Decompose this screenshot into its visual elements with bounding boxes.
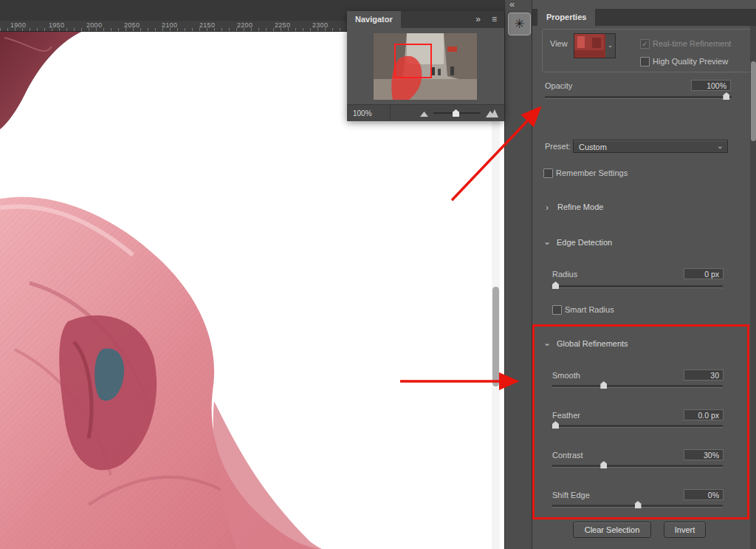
divider	[390, 105, 391, 121]
ruler-tick-label: 2300	[312, 21, 328, 29]
contrast-slider[interactable]	[552, 465, 723, 468]
smooth-slider-thumb[interactable]	[600, 381, 607, 389]
opacity-slider-thumb[interactable]	[723, 92, 729, 100]
invert-button[interactable]: Invert	[664, 522, 706, 538]
contrast-slider-thumb[interactable]	[600, 461, 607, 468]
radius-slider[interactable]	[552, 285, 723, 288]
clear-selection-button[interactable]: Clear Selection	[573, 522, 651, 538]
tab-navigator[interactable]: Navigator	[347, 11, 401, 28]
ruler-tick-label: 1950	[49, 21, 64, 29]
radius-slider-thumb[interactable]	[552, 282, 559, 289]
ruler-tick-label: 2250	[275, 21, 290, 29]
realtime-refinement-checkbox[interactable]: ✓	[640, 39, 650, 49]
refine-tool-icon: ✳	[514, 17, 524, 31]
zoom-out-icon[interactable]	[420, 110, 428, 117]
edge-detection-section-header[interactable]: Edge Detection	[557, 238, 612, 247]
ruler-tick-label: 1900	[10, 21, 26, 29]
shift-edge-value-field[interactable]: 0%	[684, 489, 724, 500]
ruler-tick-label: 2150	[199, 21, 215, 29]
zoom-in-icon[interactable]	[486, 109, 498, 117]
view-settings-group: View ⌄ ✓ Real-time Refinement High Quali…	[542, 29, 752, 72]
high-quality-preview-checkbox[interactable]	[640, 57, 650, 67]
dropdown-arrow-icon: ⌄	[605, 34, 615, 58]
ruler-tick-label: 2050	[124, 21, 140, 29]
zoom-slider-thumb[interactable]	[453, 109, 459, 117]
view-label: View	[550, 39, 568, 48]
properties-scrollbar[interactable]	[750, 26, 756, 549]
refine-mode-section-header[interactable]: Refine Mode	[557, 202, 603, 211]
contrast-value-field[interactable]: 30%	[684, 449, 724, 460]
canvas-scrollbar-thumb[interactable]	[492, 287, 499, 386]
opacity-label: Opacity	[545, 81, 572, 90]
tab-properties[interactable]: Properties	[537, 9, 595, 26]
feather-slider-thumb[interactable]	[552, 421, 559, 429]
ruler-tick-label: 2100	[162, 21, 177, 29]
smooth-value-field[interactable]: 30	[684, 369, 724, 381]
shift-edge-slider-thumb[interactable]	[635, 501, 642, 508]
view-mode-thumbnail	[574, 34, 604, 56]
feather-label: Feather	[552, 411, 580, 420]
zoom-slider[interactable]	[433, 112, 481, 114]
chevron-collapsed-icon[interactable]: ›	[546, 204, 549, 211]
ruler-tick-label: 2200	[237, 21, 252, 29]
preset-value: Custom	[579, 143, 607, 151]
smooth-slider[interactable]	[552, 385, 723, 388]
chevron-expanded-icon[interactable]: ⌄	[543, 339, 551, 347]
properties-scrollbar-thumb[interactable]	[751, 61, 756, 141]
navigator-body	[347, 28, 504, 104]
smart-radius-label: Smart Radius	[565, 305, 614, 314]
properties-panel: Properties View ⌄ ✓ Real-time Refinement…	[532, 0, 756, 549]
preset-label: Preset:	[545, 142, 571, 151]
refine-edge-brush-tool-button[interactable]: ✳	[508, 13, 531, 35]
ruler-tick-label: 2000	[86, 21, 102, 29]
navigator-status-bar: 100%	[347, 104, 504, 121]
shift-edge-slider[interactable]	[552, 505, 723, 508]
radius-label: Radius	[552, 270, 577, 279]
remember-settings-label: Remember Settings	[556, 168, 628, 177]
smart-radius-checkbox[interactable]	[552, 305, 562, 315]
navigator-panel: Navigator » ≡	[347, 11, 504, 120]
zoom-percent-field[interactable]: 100%	[347, 109, 390, 117]
feather-value-field[interactable]: 0.0 px	[684, 409, 724, 420]
contrast-label: Contrast	[552, 451, 583, 460]
realtime-refinement-label: Real-time Refinement	[653, 39, 731, 48]
collapse-panels-icon[interactable]: «	[509, 0, 515, 10]
navigator-view-rectangle[interactable]	[394, 44, 432, 78]
panel-menu-icon[interactable]: ≡	[492, 11, 497, 28]
opacity-value-field[interactable]: 100%	[691, 80, 731, 91]
smooth-label: Smooth	[552, 371, 580, 380]
shift-edge-label: Shift Edge	[552, 491, 590, 499]
navigator-tab-bar: Navigator » ≡	[347, 11, 504, 28]
remember-settings-checkbox[interactable]	[543, 168, 553, 178]
panel-collapse-icon[interactable]: »	[475, 11, 481, 28]
dropdown-arrow-icon: ⌄	[717, 139, 724, 152]
navigator-preview[interactable]	[374, 33, 477, 100]
global-refinements-section-header[interactable]: Global Refinements	[557, 339, 628, 348]
opacity-slider[interactable]	[545, 96, 732, 99]
chevron-expanded-icon[interactable]: ⌄	[543, 238, 551, 245]
select-and-mask-tool-strip: « ✳	[504, 0, 532, 549]
radius-value-field[interactable]: 0 px	[684, 268, 724, 279]
view-mode-dropdown[interactable]: ⌄	[574, 33, 616, 58]
properties-tab-bar: Properties	[532, 9, 756, 26]
preset-dropdown[interactable]: Custom ⌄	[573, 140, 728, 153]
feather-slider[interactable]	[552, 425, 723, 428]
high-quality-preview-label: High Quality Preview	[653, 57, 728, 66]
photoshop-select-and-mask-workspace: 1900 1950 2000 2050 2100 2150 2200 2250 …	[0, 0, 756, 549]
